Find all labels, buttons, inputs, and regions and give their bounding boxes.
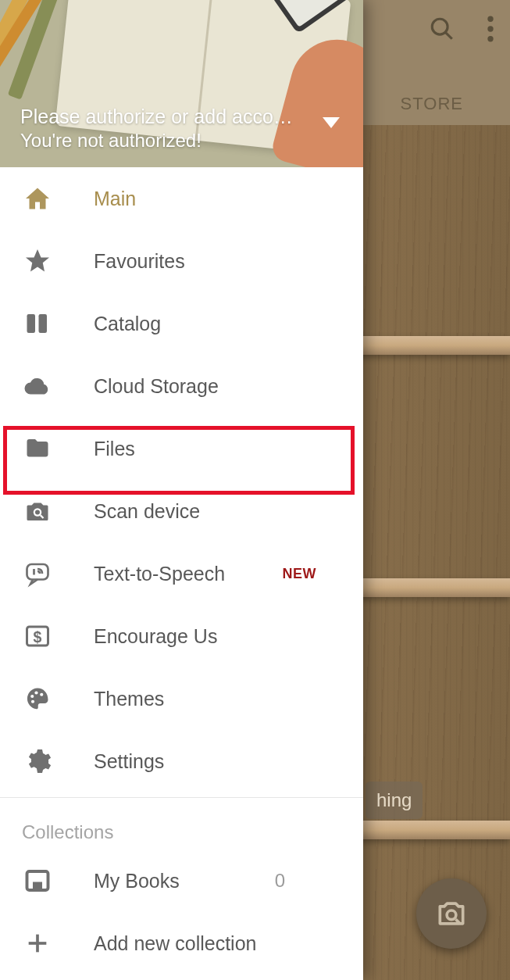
folder-icon bbox=[22, 433, 53, 464]
menu-label: Encourage Us bbox=[94, 625, 217, 648]
speech-icon bbox=[22, 558, 53, 589]
menu-label: Files bbox=[94, 438, 135, 460]
menu-item-files[interactable]: Files bbox=[0, 417, 363, 480]
menu-label: Add new collection bbox=[94, 932, 256, 955]
tab-store[interactable]: STORE bbox=[401, 94, 463, 114]
menu-label: Text-to-Speech bbox=[94, 563, 225, 585]
menu-label: Scan device bbox=[94, 500, 200, 523]
menu-item-encourage-us[interactable]: $ Encourage Us bbox=[0, 605, 363, 667]
camera-search-icon bbox=[434, 896, 469, 931]
svg-point-0 bbox=[432, 19, 448, 34]
auth-prompt-line1: Please authorize or add acco… bbox=[20, 106, 308, 128]
svg-text:$: $ bbox=[34, 628, 42, 646]
svg-point-5 bbox=[447, 910, 456, 920]
drawer-list: Main Favourites Catalog Cloud Storage Fi bbox=[0, 167, 363, 980]
collection-count: 0 bbox=[275, 870, 285, 892]
menu-item-cloud-storage[interactable]: Cloud Storage bbox=[0, 355, 363, 417]
menu-label: Cloud Storage bbox=[94, 375, 219, 398]
palette-icon bbox=[22, 683, 53, 714]
star-icon bbox=[22, 245, 53, 277]
svg-rect-9 bbox=[39, 314, 48, 333]
new-badge: NEW bbox=[283, 566, 317, 582]
menu-label: Main bbox=[94, 188, 136, 210]
collections-section-title: Collections bbox=[0, 803, 363, 849]
cloud-icon bbox=[22, 370, 53, 402]
drawer-header[interactable]: Please authorize or add acco… You're not… bbox=[0, 0, 363, 167]
hint-bubble: hing bbox=[366, 781, 423, 819]
books-icon bbox=[22, 308, 53, 339]
svg-point-11 bbox=[35, 510, 40, 515]
svg-rect-21 bbox=[33, 882, 42, 891]
plus-icon bbox=[22, 928, 53, 959]
more-icon[interactable] bbox=[487, 16, 494, 42]
divider bbox=[0, 797, 363, 798]
menu-item-scan-device[interactable]: Scan device bbox=[0, 480, 363, 542]
svg-point-17 bbox=[34, 691, 37, 694]
scan-fab[interactable] bbox=[416, 878, 487, 949]
menu-item-catalog[interactable]: Catalog bbox=[0, 292, 363, 355]
search-icon[interactable] bbox=[429, 16, 455, 42]
inbox-icon bbox=[22, 865, 53, 896]
camera-search-icon bbox=[22, 495, 53, 527]
svg-point-3 bbox=[487, 26, 493, 31]
menu-label: Settings bbox=[94, 750, 164, 773]
svg-marker-7 bbox=[323, 117, 340, 128]
menu-item-main[interactable]: Main bbox=[0, 167, 363, 230]
chevron-down-icon[interactable] bbox=[323, 117, 340, 128]
gear-icon bbox=[22, 746, 53, 777]
svg-point-4 bbox=[487, 36, 493, 41]
auth-prompt-line2: You're not authorized! bbox=[20, 130, 308, 152]
menu-label: Catalog bbox=[94, 313, 161, 335]
dollar-icon: $ bbox=[22, 621, 53, 652]
svg-point-18 bbox=[40, 693, 43, 696]
menu-label: My Books bbox=[94, 870, 180, 892]
collection-item-my-books[interactable]: My Books 0 bbox=[0, 849, 363, 912]
menu-item-themes[interactable]: Themes bbox=[0, 667, 363, 730]
svg-point-19 bbox=[31, 700, 34, 703]
svg-point-16 bbox=[30, 695, 34, 698]
menu-label: Themes bbox=[94, 688, 164, 710]
menu-item-settings[interactable]: Settings bbox=[0, 730, 363, 792]
menu-item-text-to-speech[interactable]: Text-to-Speech NEW bbox=[0, 542, 363, 605]
navigation-drawer: Please authorize or add acco… You're not… bbox=[0, 0, 363, 980]
svg-rect-8 bbox=[27, 314, 36, 333]
home-icon bbox=[22, 183, 53, 214]
svg-line-1 bbox=[446, 33, 452, 39]
menu-item-favourites[interactable]: Favourites bbox=[0, 230, 363, 292]
collection-item-add-new[interactable]: Add new collection bbox=[0, 912, 363, 975]
svg-point-2 bbox=[487, 16, 493, 22]
menu-label: Favourites bbox=[94, 250, 185, 273]
